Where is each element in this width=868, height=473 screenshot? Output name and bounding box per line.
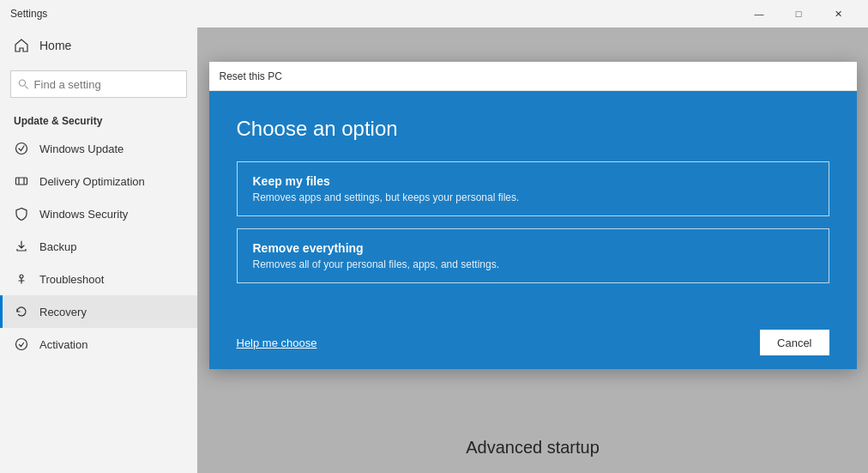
reset-dialog: Reset this PC Choose an option Keep my f…: [209, 62, 857, 369]
sidebar-item-activation[interactable]: Activation: [0, 328, 197, 361]
svg-line-1: [25, 86, 28, 89]
sidebar-item-windows-security[interactable]: Windows Security: [0, 197, 197, 230]
sidebar: Home Update & Security: [0, 27, 197, 473]
svg-point-2: [16, 143, 27, 155]
dialog-title: Reset this PC: [220, 70, 282, 82]
recovery-icon: [14, 304, 29, 319]
minimize-button[interactable]: —: [739, 0, 779, 27]
windows-security-label: Windows Security: [39, 208, 128, 221]
windows-security-icon: [14, 206, 29, 221]
svg-rect-3: [16, 178, 27, 185]
troubleshoot-icon: [14, 271, 29, 287]
settings-window: Settings — □ ✕ Home: [0, 0, 868, 473]
home-label: Home: [39, 39, 71, 52]
cancel-button[interactable]: Cancel: [760, 330, 829, 355]
search-input[interactable]: [34, 78, 179, 91]
help-me-choose-link[interactable]: Help me choose: [237, 337, 317, 349]
sidebar-item-backup[interactable]: Backup: [0, 230, 197, 263]
section-label: Update & Security: [0, 105, 197, 132]
svg-point-0: [19, 80, 25, 86]
sidebar-item-delivery-optimization[interactable]: Delivery Optimization: [0, 165, 197, 197]
remove-everything-description: Removes all of your personal files, apps…: [253, 258, 813, 270]
sidebar-item-windows-update[interactable]: Windows Update: [0, 132, 197, 165]
close-button[interactable]: ✕: [818, 0, 858, 27]
activation-label: Activation: [39, 338, 87, 351]
window-title: Settings: [10, 8, 47, 20]
modal-overlay: Reset this PC Choose an option Keep my f…: [197, 27, 868, 473]
sidebar-item-recovery[interactable]: Recovery: [0, 295, 197, 328]
sidebar-item-troubleshoot[interactable]: Troubleshoot: [0, 263, 197, 295]
title-bar: Settings — □ ✕: [0, 0, 868, 27]
search-icon: [18, 78, 29, 90]
maximize-button[interactable]: □: [779, 0, 818, 27]
windows-update-label: Windows Update: [39, 143, 124, 155]
activation-icon: [14, 337, 29, 352]
dialog-content: Choose an option Keep my files Removes a…: [209, 91, 857, 316]
delivery-optimization-icon: [14, 173, 29, 189]
backup-icon: [14, 239, 29, 254]
windows-update-icon: [14, 141, 29, 156]
delivery-optimization-label: Delivery Optimization: [39, 175, 145, 188]
home-icon: [14, 38, 29, 53]
troubleshoot-label: Troubleshoot: [39, 273, 104, 286]
svg-point-6: [20, 275, 23, 278]
sidebar-item-home[interactable]: Home: [0, 27, 197, 64]
recovery-label: Recovery: [39, 306, 87, 318]
dialog-footer: Help me choose Cancel: [209, 316, 857, 369]
window-controls: — □ ✕: [739, 0, 858, 27]
keep-files-option[interactable]: Keep my files Removes apps and settings,…: [237, 161, 829, 216]
remove-everything-option[interactable]: Remove everything Removes all of your pe…: [237, 228, 829, 283]
content-area: Home Update & Security: [0, 27, 868, 473]
remove-everything-title: Remove everything: [253, 241, 813, 255]
dialog-title-bar: Reset this PC: [209, 62, 857, 91]
backup-label: Backup: [39, 240, 76, 253]
keep-files-title: Keep my files: [253, 174, 813, 188]
keep-files-description: Removes apps and settings, but keeps you…: [253, 191, 813, 203]
main-panel: Advanced startup Reset this PC Choose an…: [197, 27, 868, 473]
svg-point-9: [16, 339, 27, 350]
search-box[interactable]: [10, 70, 187, 98]
dialog-heading: Choose an option: [237, 117, 829, 141]
